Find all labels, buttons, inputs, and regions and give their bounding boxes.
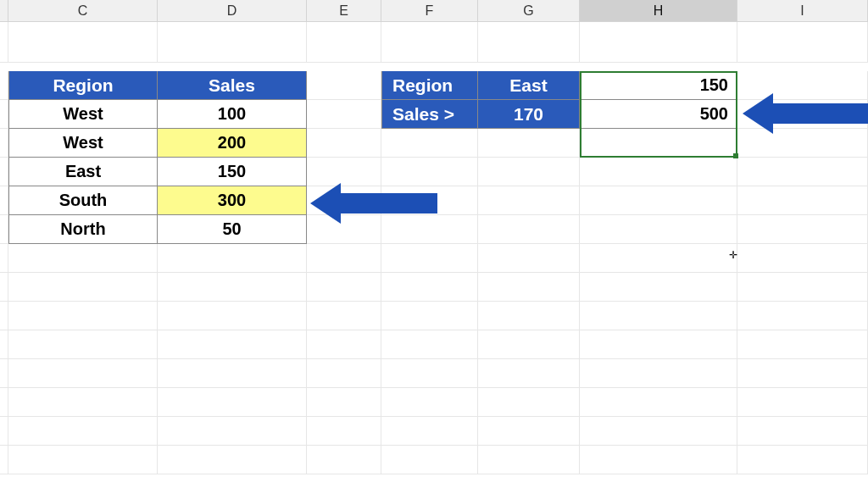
c[interactable] [580,302,737,330]
cell-g7[interactable] [478,215,580,244]
cell-sales-3[interactable]: 150 [158,158,307,186]
cell-b8[interactable] [0,244,8,273]
c[interactable] [381,330,478,359]
c[interactable] [381,417,478,446]
c[interactable] [580,330,737,359]
cell-e5[interactable] [307,158,381,186]
cell-f8[interactable] [381,244,478,273]
c[interactable] [8,417,158,446]
cell-e8[interactable] [307,244,381,273]
c[interactable] [158,302,307,330]
c[interactable] [158,330,307,359]
cell-h9[interactable] [580,273,737,302]
cell-e1[interactable] [307,22,381,63]
c[interactable] [580,388,737,417]
criteria-result-2[interactable]: 500 [580,100,737,129]
cell-d1[interactable] [158,22,307,63]
c[interactable] [158,359,307,388]
cell-b2[interactable] [0,71,8,100]
cell-g5[interactable] [478,158,580,186]
c[interactable] [0,302,8,330]
cell-b6[interactable] [0,186,8,215]
cell-c9[interactable] [8,273,158,302]
cell-e4[interactable] [307,129,381,158]
c[interactable] [158,446,307,474]
c[interactable] [478,330,580,359]
c[interactable] [737,388,868,417]
c[interactable] [381,446,478,474]
cell-h1[interactable] [580,22,737,63]
col-header-c[interactable]: C [8,0,158,21]
c[interactable] [307,330,381,359]
cell-f1[interactable] [381,22,478,63]
cell-region-4[interactable]: South [8,186,158,215]
cell-i9[interactable] [737,273,868,302]
cell-f6[interactable] [381,186,478,215]
sheet-area[interactable]: Region Sales Region East 150 West 100 Sa… [0,22,868,488]
c[interactable] [0,446,8,474]
cell-g8[interactable] [478,244,580,273]
c[interactable] [381,302,478,330]
cell-h8[interactable] [580,244,737,273]
c[interactable] [478,302,580,330]
c[interactable] [580,417,737,446]
cell-i4[interactable] [737,129,868,158]
col-header-b[interactable] [0,0,8,21]
c[interactable] [0,417,8,446]
cell-d9[interactable] [158,273,307,302]
cell-b5[interactable] [0,158,8,186]
cell-g4[interactable] [478,129,580,158]
cell-sales-5[interactable]: 50 [158,215,307,244]
criteria-result-1[interactable]: 150 [580,71,737,100]
c[interactable] [8,388,158,417]
cell-b4[interactable] [0,129,8,158]
col-header-i[interactable]: I [737,0,868,21]
c[interactable] [478,388,580,417]
c[interactable] [381,359,478,388]
c[interactable] [737,446,868,474]
cell-e9[interactable] [307,273,381,302]
cell-g9[interactable] [478,273,580,302]
cell-i3[interactable] [737,100,868,129]
c[interactable] [478,417,580,446]
c[interactable] [478,446,580,474]
c[interactable] [307,302,381,330]
cell-b1[interactable] [0,22,8,63]
criteria-value-sales[interactable]: 170 [478,100,580,129]
cell-i5[interactable] [737,158,868,186]
cell-e3[interactable] [307,100,381,129]
c[interactable] [8,302,158,330]
cell-f4[interactable] [381,129,478,158]
c[interactable] [737,359,868,388]
cell-c8[interactable] [8,244,158,273]
c[interactable] [8,330,158,359]
table-header-sales[interactable]: Sales [158,71,307,100]
cell-c1[interactable] [8,22,158,63]
cell-i7[interactable] [737,215,868,244]
c[interactable] [0,388,8,417]
c[interactable] [8,446,158,474]
cell-h4[interactable] [580,129,737,158]
c[interactable] [158,417,307,446]
cell-i8[interactable] [737,244,868,273]
c[interactable] [381,388,478,417]
cell-region-2[interactable]: West [8,129,158,158]
cell-b7[interactable] [0,215,8,244]
cell-f5[interactable] [381,158,478,186]
c[interactable] [737,330,868,359]
cell-d8[interactable] [158,244,307,273]
c[interactable] [307,388,381,417]
cell-h7[interactable] [580,215,737,244]
c[interactable] [580,359,737,388]
col-header-d[interactable]: D [158,0,307,21]
cell-e2[interactable] [307,71,381,100]
c[interactable] [307,359,381,388]
cell-region-1[interactable]: West [8,100,158,129]
cell-h6[interactable] [580,186,737,215]
cell-sales-2[interactable]: 200 [158,129,307,158]
cell-i2[interactable] [737,71,868,100]
c[interactable] [737,417,868,446]
cell-sales-1[interactable]: 100 [158,100,307,129]
cell-sales-4[interactable]: 300 [158,186,307,215]
criteria-value-region[interactable]: East [478,71,580,100]
